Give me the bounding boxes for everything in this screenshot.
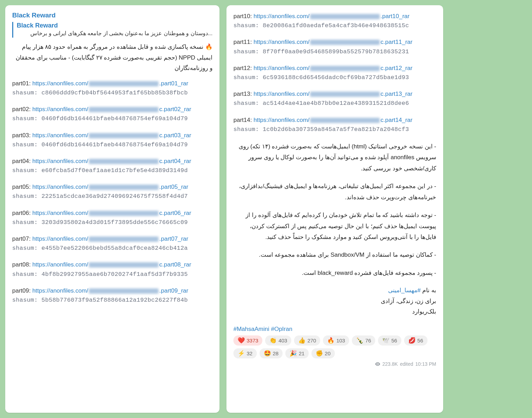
note-line: - در این مجموعه اکثر ایمیل‌های تبلیغاتی،… bbox=[233, 181, 436, 203]
views-icon bbox=[375, 362, 380, 366]
reaction-count: 28 bbox=[273, 350, 279, 356]
file-part: part11: https://anonfiles.com/c.part11_r… bbox=[233, 37, 436, 56]
part-link[interactable]: https://anonfiles.com/.part09_rar bbox=[32, 287, 188, 294]
note-line: - توجه داشته باشید که ما تمام تلاش خودما… bbox=[233, 210, 436, 242]
telegram-message-left: Black Reward Black Reward ...دوستان و هم… bbox=[5, 5, 219, 413]
redacted-segment bbox=[310, 66, 380, 71]
part-link[interactable]: https://anonfiles.com/c.part12_rar bbox=[254, 65, 413, 71]
reply-title: Black Reward bbox=[17, 22, 213, 29]
part-link[interactable]: https://anonfiles.com/c.part06_rar bbox=[32, 210, 191, 216]
redacted-segment bbox=[89, 133, 159, 138]
shasum: shasum: e60fcba5d7f0eaf1aae1d1c7bfe5e4d3… bbox=[12, 166, 213, 175]
part-link[interactable]: https://anonfiles.com/.part10_rar bbox=[254, 13, 410, 20]
part-link[interactable]: https://anonfiles.com/c.part13_rar bbox=[254, 91, 413, 97]
sig-line2: برای زن، زندگی، آزادی bbox=[233, 296, 436, 307]
file-part: part01: https://anonfiles.com/.part01_ra… bbox=[12, 79, 213, 98]
reaction-count: 403 bbox=[278, 338, 287, 343]
file-part: part05: https://anonfiles.com/.part05_ra… bbox=[12, 182, 213, 201]
part-label: part08: bbox=[12, 261, 32, 268]
part-label: part07: bbox=[12, 235, 32, 242]
part-label: part12: bbox=[233, 65, 254, 71]
reaction-pill[interactable]: 👏403 bbox=[265, 335, 291, 346]
part-link[interactable]: https://anonfiles.com/c.part11_rar bbox=[254, 39, 413, 45]
reaction-emoji: ❤️ bbox=[238, 337, 245, 344]
file-part: part14: https://anonfiles.com/c.part14_r… bbox=[233, 115, 436, 134]
part-link[interactable]: https://anonfiles.com/c.part14_rar bbox=[254, 117, 413, 123]
part-link[interactable]: https://anonfiles.com/.part01_rar bbox=[32, 80, 188, 87]
reaction-count: 3373 bbox=[247, 338, 258, 343]
shasum: shasum: e455b7ee522066bebd55a8dcaf0cea82… bbox=[12, 243, 213, 253]
file-parts-list: part10: https://anonfiles.com/.part10_ra… bbox=[233, 11, 436, 134]
reaction-emoji: 🕊️ bbox=[382, 337, 390, 344]
redacted-segment bbox=[89, 211, 159, 216]
hashtag-amini[interactable]: #مهسا_امینی bbox=[388, 287, 421, 294]
part-link[interactable]: https://anonfiles.com/c.part08_rar bbox=[32, 261, 191, 268]
shasum: shasum: 1c0b2d6ba307359a845a7a5f7ea821b7… bbox=[233, 125, 436, 134]
reaction-emoji: 👏 bbox=[269, 337, 277, 344]
part-link[interactable]: https://anonfiles.com/c.part03_rar bbox=[32, 132, 191, 139]
reaction-pill[interactable]: 🔥103 bbox=[323, 335, 349, 346]
shasum: shasum: 8e20086a1fd0aedafe5a4caf3b46e494… bbox=[233, 21, 436, 30]
reaction-pill[interactable]: ⚡32 bbox=[233, 348, 257, 358]
file-part: part02: https://anonfiles.com/c.part02_r… bbox=[12, 104, 213, 123]
reaction-count: 32 bbox=[247, 350, 253, 356]
reaction-emoji: 💋 bbox=[408, 337, 416, 344]
reaction-pill[interactable]: ❤️3373 bbox=[233, 335, 262, 346]
message-intro: 🔥 نسخه پاکسازی شده و قابل مشاهده در مرور… bbox=[12, 42, 213, 74]
reaction-count: 76 bbox=[365, 338, 371, 343]
reaction-count: 20 bbox=[325, 350, 331, 356]
redacted-segment bbox=[89, 288, 159, 294]
telegram-message-right: part10: https://anonfiles.com/.part10_ra… bbox=[226, 5, 443, 413]
reaction-count: 103 bbox=[336, 338, 345, 343]
reaction-pill[interactable]: 💋56 bbox=[404, 335, 427, 346]
redacted-segment bbox=[310, 14, 380, 19]
file-part: part07: https://anonfiles.com/.part07_ra… bbox=[12, 234, 213, 253]
reaction-pill[interactable]: ✊20 bbox=[311, 348, 335, 358]
reaction-pill[interactable]: 🕊️56 bbox=[378, 335, 401, 346]
note-line: - پسورد مجموعه فایل‌های فشرده black_rewa… bbox=[233, 268, 436, 278]
part-label: part05: bbox=[12, 184, 32, 190]
shasum: shasum: 0460fd6db164461bfaeb448768754ef6… bbox=[12, 114, 213, 123]
sig-prefix: به نام bbox=[421, 287, 436, 294]
part-link[interactable]: https://anonfiles.com/.part05_rar bbox=[32, 184, 188, 190]
part-label: part11: bbox=[233, 39, 254, 45]
views-count: 223.8K bbox=[383, 361, 398, 367]
reaction-count: 21 bbox=[299, 350, 304, 356]
reaction-pill[interactable]: 🎉21 bbox=[285, 348, 309, 358]
note-line: - این نسخه خروجی استاتیک (html) ایمیل‌ها… bbox=[233, 141, 436, 174]
reaction-pill[interactable]: 🍾76 bbox=[352, 335, 375, 346]
message-meta: 223.8K edited 10:13 PM bbox=[375, 361, 436, 367]
reaction-emoji: 🤩 bbox=[264, 350, 271, 357]
reaction-count: 56 bbox=[391, 338, 397, 343]
part-label: part04: bbox=[12, 158, 32, 164]
reaction-pill[interactable]: 🤩28 bbox=[260, 348, 283, 358]
file-part: part04: https://anonfiles.com/c.part04_r… bbox=[12, 156, 213, 175]
edited-label: edited bbox=[400, 361, 413, 367]
shasum: shasum: c8606ddd9cfb04bf5644953fa1f65bb8… bbox=[12, 88, 213, 98]
redacted-segment bbox=[310, 40, 380, 45]
shasum: shasum: 0460fd6db164461bfaeb448768754ef6… bbox=[12, 140, 213, 149]
redacted-segment bbox=[89, 107, 159, 112]
hashtags[interactable]: #MahsaAmini #OpIran bbox=[233, 326, 436, 333]
note-line: - کماکان توصیه ما استفاده از Sandbox/VM … bbox=[233, 249, 436, 260]
shasum: shasum: 22251a5cdcae36a9d274096924675f75… bbox=[12, 192, 213, 201]
shasum: shasum: 4bf8b29927955aae6b7020274f1aaf5d… bbox=[12, 270, 213, 279]
reaction-count: 270 bbox=[307, 338, 316, 343]
shasum: shasum: 8f70ff0aa0e9d54685899ba552579b78… bbox=[233, 47, 436, 56]
file-part: part12: https://anonfiles.com/c.part12_r… bbox=[233, 63, 436, 82]
part-link[interactable]: https://anonfiles.com/c.part02_rar bbox=[32, 106, 191, 113]
reply-preview[interactable]: Black Reward ...دوستان و هموطنان عزیز ما… bbox=[12, 22, 213, 38]
channel-name[interactable]: Black Reward bbox=[12, 11, 213, 19]
message-notes: - این نسخه خروجی استاتیک (html) ایمیل‌ها… bbox=[233, 141, 436, 278]
part-link[interactable]: https://anonfiles.com/c.part04_rar bbox=[32, 158, 191, 164]
part-label: part14: bbox=[233, 117, 254, 123]
shasum: shasum: 6c5936188c6d65456dadc0cf69ba727d… bbox=[233, 73, 436, 82]
part-label: part13: bbox=[233, 91, 254, 97]
reaction-pill[interactable]: 👍270 bbox=[294, 335, 320, 346]
part-link[interactable]: https://anonfiles.com/.part07_rar bbox=[32, 235, 188, 242]
file-part: part10: https://anonfiles.com/.part10_ra… bbox=[233, 11, 436, 30]
reply-snippet: ...دوستان و هموطنان عزیز ما به‌عنوان بخش… bbox=[17, 29, 213, 38]
part-label: part02: bbox=[12, 106, 32, 113]
reaction-emoji: 🔥 bbox=[327, 337, 334, 344]
reaction-emoji: ⚡ bbox=[238, 350, 245, 357]
